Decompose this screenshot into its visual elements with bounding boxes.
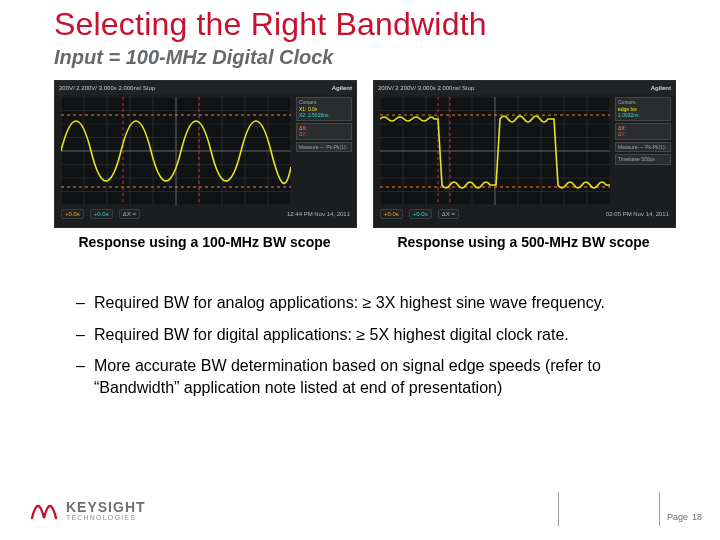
page-label: Page: [667, 512, 688, 522]
x2-chip: +0.0s: [409, 209, 432, 219]
scope-right-caption: Response using a 500-MHz BW scope: [373, 234, 674, 250]
bullet-item: Required BW for analog applications: ≥ 3…: [76, 292, 656, 314]
scope-brand: Agilent: [332, 85, 352, 91]
scope-left-topbar: 200V/ 2 200V/ 3.000s 2.000ns/ Stop Agile…: [55, 81, 356, 95]
scope-left-sidepanel: Cursors X1: 0.0s X2: 2.5026ns ΔX: ΔY: Me…: [296, 97, 352, 205]
scope-left-deltas: ΔX: ΔY:: [296, 123, 352, 140]
scope-right-cursors: Cursors edge bw 1.0932ns: [615, 97, 671, 121]
cursor-b: 1.0932ns: [618, 112, 668, 119]
page-number: Page18: [667, 512, 702, 522]
slide-title: Selecting the Right Bandwidth: [54, 6, 487, 43]
scope-left-wrap: 200V/ 2 200V/ 3.000s 2.000ns/ Stop Agile…: [54, 80, 355, 250]
logo-tagline: TECHNOLOGIES: [66, 514, 146, 521]
scope-row: 200V/ 2 200V/ 3.000s 2.000ns/ Stop Agile…: [54, 80, 674, 250]
x1-chip: +0.0s: [61, 209, 84, 219]
scope-right-topbar: 200V/ 2 200V/ 3.000s 2.000ns/ Stop Agile…: [374, 81, 675, 95]
scope-left: 200V/ 2 200V/ 3.000s 2.000ns/ Stop Agile…: [54, 80, 357, 228]
scope-right-timebase: Timebase 500ps: [615, 154, 671, 165]
dy: ΔY:: [618, 131, 668, 138]
dx-chip: ΔX =: [438, 209, 459, 219]
scope-right-deltas: ΔX: ΔY:: [615, 123, 671, 140]
logo-name: KEYSIGHT: [66, 500, 146, 514]
scope-right-sidepanel: Cursors edge bw 1.0932ns ΔX: ΔY: Measure…: [615, 97, 671, 205]
scope-left-measure: Measure — Pk-Pk(1):: [296, 142, 352, 153]
scope-right-wrap: 200V/ 2 200V/ 3.000s 2.000ns/ Stop Agile…: [373, 80, 674, 250]
page-divider: [558, 492, 660, 526]
dy: ΔY:: [299, 131, 349, 138]
scope-left-cursors: Cursors X1: 0.0s X2: 2.5026ns: [296, 97, 352, 121]
bullet-item: Required BW for digital applications: ≥ …: [76, 324, 656, 346]
page-value: 18: [692, 512, 702, 522]
x1-chip: +0.0s: [380, 209, 403, 219]
scope-right-measure: Measure — Pk-Pk(1):: [615, 142, 671, 153]
scope-right-graticule: [380, 97, 610, 205]
scope-right-readout: 200V/ 2 200V/ 3.000s 2.000ns/ Stop: [378, 85, 474, 91]
scope-left-graticule: [61, 97, 291, 205]
timestamp: 02:05 PM Nov 14, 2011: [606, 211, 669, 217]
slide-subtitle: Input = 100-MHz Digital Clock: [54, 46, 333, 69]
meas: Measure — Pk-Pk(1):: [299, 144, 349, 151]
scope-left-bottom: +0.0s +0.0s ΔX = 12:44 PM Nov 14, 2011: [61, 205, 350, 223]
scope-brand: Agilent: [651, 85, 671, 91]
scope-left-caption: Response using a 100-MHz BW scope: [54, 234, 355, 250]
bullet-item: More accurate BW determination based on …: [76, 355, 656, 398]
bullet-list: Required BW for analog applications: ≥ 3…: [76, 292, 656, 408]
logo-text: KEYSIGHT TECHNOLOGIES: [66, 500, 146, 521]
timestamp: 12:44 PM Nov 14, 2011: [287, 211, 350, 217]
keysight-logo: KEYSIGHT TECHNOLOGIES: [30, 498, 146, 522]
cursor-b: X2: 2.5026ns: [299, 112, 349, 119]
meas: Measure — Pk-Pk(1):: [618, 144, 668, 151]
logo-mark-icon: [30, 498, 58, 522]
dx-chip: ΔX =: [119, 209, 140, 219]
scope-left-readout: 200V/ 2 200V/ 3.000s 2.000ns/ Stop: [59, 85, 155, 91]
scope-right: 200V/ 2 200V/ 3.000s 2.000ns/ Stop Agile…: [373, 80, 676, 228]
scope-right-bottom: +0.0s +0.0s ΔX = 02:05 PM Nov 14, 2011: [380, 205, 669, 223]
x2-chip: +0.0s: [90, 209, 113, 219]
timebase: Timebase 500ps: [618, 156, 668, 163]
